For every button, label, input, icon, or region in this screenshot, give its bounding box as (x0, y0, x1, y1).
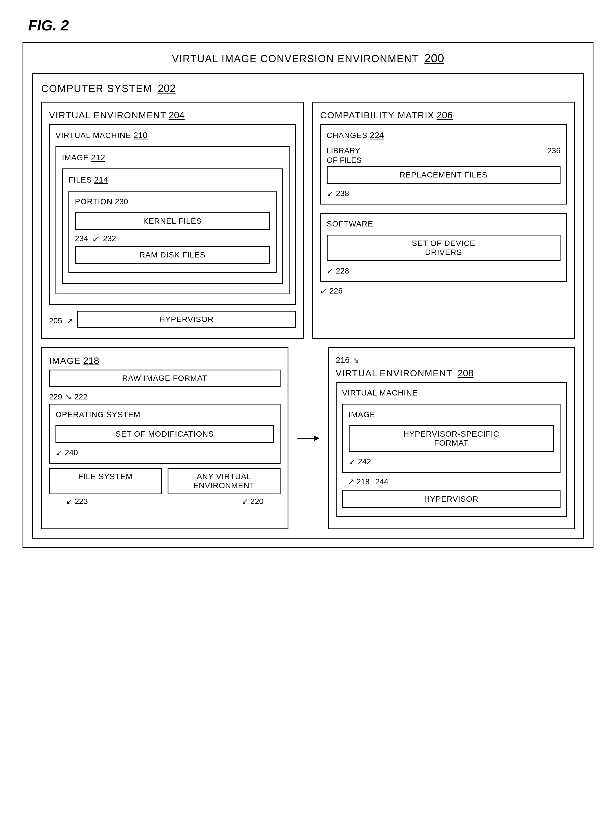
arrow-240: ↙ (56, 448, 62, 457)
virtual-environment-208: 216 ↘ VIRTUAL ENVIRONMENT 208 VIRTUAL MA… (328, 347, 575, 529)
hypervisor-ref-ve: 205 (49, 316, 62, 325)
ref-229: 229 (49, 392, 62, 402)
ref-216: 216 (336, 355, 350, 365)
ve208-label: VIRTUAL (336, 368, 378, 378)
arrow-242: ↙ (349, 457, 355, 466)
image-218-panel: IMAGE 218 RAW IMAGE FORMAT 229 ↘ 222 OPE… (41, 347, 289, 529)
arrow-220: ↙ (242, 497, 248, 506)
arrow-238: ↙ (327, 189, 333, 198)
os-label: OPERATING SYSTEM (56, 410, 141, 419)
outer-label: VIRTUAL IMAGE CONVERSION ENVIRONMENT (172, 53, 418, 65)
set-mod-item: SET OF MODIFICATIONS (56, 425, 274, 443)
arrow-229: ↘ (65, 392, 72, 402)
compatibility-matrix-panel: COMPATIBILITY MATRIX 206 CHANGES 224 LIB… (312, 102, 575, 339)
virtual-environment-top: VIRTUAL ENVIRONMENT 204 VIRTUAL MACHINE … (41, 102, 304, 339)
software-box: SOFTWARE SET OF DEVICE DRIVERS ↙ 228 (320, 213, 567, 282)
arrow-226: ↙ (320, 286, 327, 296)
any-virtual-item: ANY VIRTUAL ENVIRONMENT (167, 468, 280, 494)
hypervisor-item-208: HYPERVISOR (342, 490, 561, 508)
outer-ref: 200 (424, 51, 444, 65)
hypervisor-arrow-ve: ↗ (66, 316, 73, 325)
ram-disk-item: RAM DISK FILES (75, 246, 270, 264)
virtual-machine-box: VIRTUAL MACHINE 210 IMAGE 212 FILES (49, 124, 296, 305)
os-box: OPERATING SYSTEM SET OF MODIFICATIONS ↙ … (49, 404, 280, 464)
svg-marker-1 (314, 435, 320, 441)
vm208-label: VIRTUAL MACHINE (342, 388, 418, 397)
outer-box: VIRTUAL IMAGE CONVERSION ENVIRONMENT 200… (22, 42, 594, 548)
image-ref: 212 (91, 152, 105, 162)
image218-label: IMAGE (49, 356, 81, 366)
vm-208-box: VIRTUAL MACHINE IMAGE HYPERVISOR-SPECIFI… (336, 382, 567, 517)
computer-system-ref: 202 (158, 82, 176, 95)
files-ref: 214 (94, 175, 108, 185)
hypervisor-specific-item: HYPERVISOR-SPECIFIC FORMAT (349, 425, 554, 452)
replacement-files-item: REPLACEMENT FILES (327, 166, 561, 184)
arrow-216: ↘ (353, 355, 359, 365)
ref-240: 240 (65, 448, 78, 457)
files-box: FILES 214 PORTION 230 KERNEL FILES (62, 169, 283, 284)
vm-ref: 210 (133, 130, 148, 140)
ref-220: 220 (251, 497, 264, 506)
horizontal-arrow-svg (297, 432, 320, 444)
portion-ref: 230 (115, 197, 128, 206)
image-208-box: IMAGE HYPERVISOR-SPECIFIC FORMAT ↙ 242 (342, 404, 561, 473)
kernel-files-item: KERNEL FILES (75, 213, 270, 230)
arrow-228: ↙ (327, 266, 333, 276)
library-ref: 236 (547, 146, 560, 155)
ve-ref: 204 (169, 110, 185, 120)
image208-label: IMAGE (349, 410, 375, 419)
computer-system-label: COMPUTER SYSTEM (41, 83, 152, 95)
ref-242: 242 (358, 457, 371, 466)
kernel-ref1: 234 (75, 234, 88, 243)
file-system-item: FILE SYSTEM (49, 468, 162, 494)
hypervisor-item-ve: HYPERVISOR (77, 311, 296, 328)
software-label: SOFTWARE (327, 220, 374, 229)
kernel-ref2: 232 (103, 234, 116, 243)
arrow-218-br: ↗ (348, 477, 354, 486)
library-label2: OF FILES (327, 156, 545, 165)
horizontal-arrow-container (297, 347, 320, 529)
files-label: FILES (69, 176, 92, 185)
ref-244: 244 (375, 477, 389, 486)
computer-system-box: COMPUTER SYSTEM 202 VIRTUAL ENVIRONMENT … (32, 73, 584, 539)
ref-222: 222 (74, 392, 88, 402)
ve208-label2: ENVIRONMENT (380, 368, 452, 378)
ve208-ref: 208 (458, 368, 474, 378)
portion-box: PORTION 230 KERNEL FILES 234 ↙ 232 (69, 191, 277, 273)
cm-ref: 206 (437, 110, 453, 120)
image-box: IMAGE 212 FILES 214 (56, 146, 290, 295)
ref-218-br: 218 (356, 477, 370, 486)
image-label: IMAGE (62, 153, 89, 162)
cm-label: COMPATIBILITY MATRIX (320, 110, 435, 120)
ref-238: 238 (336, 189, 349, 198)
ref-223: 223 (75, 497, 88, 506)
changes-label: CHANGES (327, 131, 368, 140)
kernel-arrow: ↙ (92, 234, 99, 243)
raw-image-item: RAW IMAGE FORMAT (49, 369, 280, 387)
figure-label: FIG. 2 (28, 17, 594, 34)
ref-226: 226 (330, 286, 343, 296)
changes-box: CHANGES 224 LIBRARY OF FILES 236 REPLACE… (320, 124, 567, 205)
vm-label: VIRTUAL MACHINE (56, 131, 131, 140)
portion-label: PORTION (75, 197, 113, 206)
changes-ref: 224 (370, 130, 384, 140)
set-of-device-item: SET OF DEVICE DRIVERS (327, 235, 561, 261)
library-label: LIBRARY (327, 146, 545, 155)
ref-228: 228 (336, 267, 349, 276)
arrow-223: ↙ (66, 497, 72, 506)
ve-label: VIRTUAL ENVIRONMENT (49, 110, 166, 120)
image218-ref: 218 (83, 355, 99, 366)
